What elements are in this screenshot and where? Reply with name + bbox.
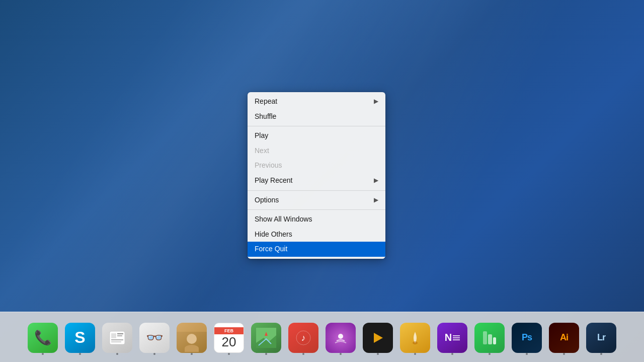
menu-item-options-label: Options xyxy=(255,195,279,205)
menu-item-play-recent[interactable]: Play Recent ▶ xyxy=(248,173,385,188)
dock-dot-numbers xyxy=(489,353,491,355)
calendar-icon: FEB 20 xyxy=(214,323,244,353)
dock-item-illustrator[interactable]: Ai xyxy=(546,320,582,355)
numbers-icon xyxy=(474,323,505,353)
menu-item-hide-others-label: Hide Others xyxy=(255,230,292,240)
menu-section-playback: Repeat ▶ Shuffle xyxy=(248,92,385,126)
dock-item-numbers[interactable] xyxy=(472,320,507,355)
svg-point-12 xyxy=(413,341,418,344)
menu-item-repeat-label: Repeat xyxy=(255,97,277,107)
menu-item-previous: Previous xyxy=(248,158,385,173)
dock-dot-contacts xyxy=(191,353,193,355)
menu-item-options[interactable]: Options ▶ xyxy=(248,193,385,208)
news-icon xyxy=(102,323,132,353)
svg-rect-2 xyxy=(117,333,123,334)
dock-item-maps[interactable] xyxy=(249,320,284,355)
svg-rect-1 xyxy=(111,333,116,338)
menu-item-hide-others[interactable]: Hide Others xyxy=(248,227,385,242)
dock-item-onenote[interactable]: N xyxy=(435,320,470,355)
dock-item-phone[interactable]: 📞 xyxy=(25,320,60,355)
dock-dot-photoshop xyxy=(526,353,528,355)
dock-dot-news xyxy=(116,353,118,355)
svg-rect-13 xyxy=(483,331,487,344)
svg-text:♪: ♪ xyxy=(301,333,306,343)
onenote-icon: N xyxy=(437,323,467,353)
menu-item-show-all-windows[interactable]: Show All Windows xyxy=(248,212,385,227)
dock-dot-onenote xyxy=(451,353,453,355)
dock-item-calendar[interactable]: FEB 20 xyxy=(211,320,247,355)
dock-dot-phone xyxy=(42,353,44,355)
dock: 📞 S 👓 xyxy=(0,312,644,362)
repeat-arrow-icon: ▶ xyxy=(374,97,378,106)
svg-rect-3 xyxy=(117,335,122,336)
menu-item-shuffle[interactable]: Shuffle xyxy=(248,109,385,124)
dock-item-plex[interactable] xyxy=(360,320,395,355)
dock-item-podcasts[interactable] xyxy=(323,320,358,355)
photoshop-icon: Ps xyxy=(512,323,542,353)
menu-section-window: Show All Windows Hide Others Force Quit xyxy=(248,210,385,259)
dock-dot-capo xyxy=(414,353,416,355)
lightroom-icon: Lr xyxy=(586,323,616,353)
skype-icon: S xyxy=(65,323,95,353)
dock-dot-illustrator xyxy=(563,353,565,355)
capo-icon xyxy=(400,323,430,353)
plex-icon xyxy=(363,323,393,353)
menu-item-next-label: Next xyxy=(255,146,269,156)
phone-icon: 📞 xyxy=(28,323,58,353)
dock-item-news[interactable] xyxy=(100,320,135,355)
menu-item-next: Next xyxy=(248,143,385,159)
menu-item-play[interactable]: Play xyxy=(248,128,385,143)
podcasts-icon xyxy=(326,323,356,353)
menu-item-shuffle-label: Shuffle xyxy=(255,112,276,122)
dock-item-contacts[interactable] xyxy=(174,320,209,355)
menu-item-previous-label: Previous xyxy=(255,161,282,171)
dock-item-skype[interactable]: S xyxy=(62,320,98,355)
dock-item-photoshop[interactable]: Ps xyxy=(509,320,544,355)
menu-item-force-quit-label: Force Quit xyxy=(255,244,287,254)
svg-rect-15 xyxy=(493,337,496,344)
play-recent-arrow-icon: ▶ xyxy=(374,176,378,185)
dock-dot-skype xyxy=(79,353,81,355)
reader-icon: 👓 xyxy=(139,323,170,353)
dock-item-music[interactable]: ♪ xyxy=(286,320,321,355)
svg-marker-11 xyxy=(374,333,383,343)
dock-dot-podcasts xyxy=(340,353,342,355)
dock-dot-lightroom xyxy=(600,353,602,355)
dock-dot-calendar xyxy=(228,353,230,355)
svg-rect-4 xyxy=(111,339,123,340)
illustrator-icon: Ai xyxy=(549,323,579,353)
svg-rect-5 xyxy=(111,341,121,342)
svg-point-10 xyxy=(338,334,343,339)
menu-item-show-all-windows-label: Show All Windows xyxy=(255,214,312,225)
menu-item-play-recent-label: Play Recent xyxy=(255,176,292,186)
dock-item-reader[interactable]: 👓 xyxy=(137,320,172,355)
desktop: Repeat ▶ Shuffle Play Next Previous Play… xyxy=(0,0,644,362)
menu-item-play-label: Play xyxy=(255,131,268,141)
maps-icon xyxy=(251,323,281,353)
dock-dot-plex xyxy=(377,353,379,355)
svg-rect-14 xyxy=(488,334,492,344)
menu-section-options: Options ▶ xyxy=(248,191,385,210)
dock-dot-maps xyxy=(265,353,267,355)
menu-item-force-quit[interactable]: Force Quit xyxy=(248,242,385,257)
dock-dot-reader xyxy=(153,353,155,355)
menu-item-repeat[interactable]: Repeat ▶ xyxy=(248,94,385,109)
dock-dot-music xyxy=(302,353,304,355)
menu-section-transport: Play Next Previous Play Recent ▶ xyxy=(248,126,385,190)
music-icon: ♪ xyxy=(288,323,318,353)
contacts-icon xyxy=(177,323,207,353)
dock-item-lightroom[interactable]: Lr xyxy=(584,320,619,355)
dock-item-capo[interactable] xyxy=(397,320,433,355)
options-arrow-icon: ▶ xyxy=(374,196,378,204)
context-menu: Repeat ▶ Shuffle Play Next Previous Play… xyxy=(248,92,385,259)
